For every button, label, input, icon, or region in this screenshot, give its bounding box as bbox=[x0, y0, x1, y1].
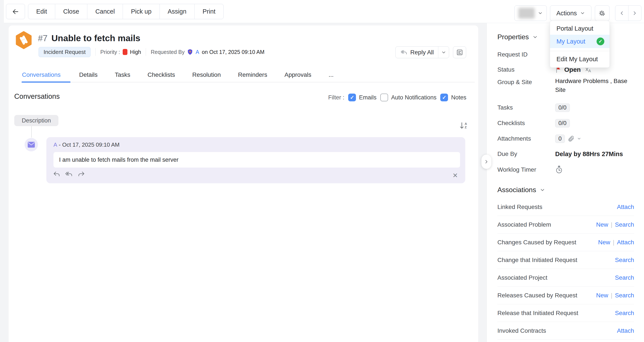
attach-link[interactable]: Attach bbox=[617, 204, 634, 210]
tab-checklists[interactable]: Checklists bbox=[139, 68, 184, 82]
chevron-down-icon bbox=[540, 187, 545, 193]
servicedesk-request-page: Edit Close Cancel Pick up Assign Print A… bbox=[0, 0, 644, 342]
attach-link[interactable]: Attach bbox=[617, 239, 634, 246]
search-link[interactable]: Search bbox=[615, 221, 634, 228]
close-button[interactable]: Close bbox=[55, 4, 87, 19]
stopwatch-icon[interactable] bbox=[555, 166, 563, 174]
group-site-value: Hardware Problems , Base Site bbox=[555, 76, 634, 94]
change-initiated-label: Change that Initiated Request bbox=[498, 256, 577, 264]
property-row-tasks: Tasks 0/0 bbox=[498, 103, 634, 112]
menu-item-my-layout[interactable]: My Layout bbox=[550, 35, 610, 48]
requester-link[interactable]: A bbox=[196, 49, 199, 55]
request-action-button-group: Edit Close Cancel Pick up Assign Print bbox=[28, 4, 224, 19]
reply-all-icon[interactable] bbox=[65, 171, 73, 177]
attach-link[interactable]: Attach bbox=[617, 327, 634, 334]
divider: | bbox=[611, 221, 612, 228]
associations-list: Linked Requests Attach Associated Proble… bbox=[498, 198, 634, 340]
new-link[interactable]: New bbox=[596, 221, 608, 228]
sort-order-button[interactable]: AZ bbox=[460, 122, 467, 130]
notes-checkbox[interactable] bbox=[440, 94, 448, 101]
releases-caused-label: Releases Caused by Request bbox=[498, 292, 577, 299]
request-tabs: Conversations Details Tasks Checklists R… bbox=[22, 68, 475, 82]
tab-conversations[interactable]: Conversations bbox=[22, 68, 70, 82]
next-record-button[interactable] bbox=[628, 6, 642, 21]
property-row-group-site: Group & Site Hardware Problems , Base Si… bbox=[498, 76, 634, 94]
record-pager bbox=[615, 6, 642, 21]
checklists-count-badge[interactable]: 0/0 bbox=[555, 119, 570, 128]
divider bbox=[146, 48, 146, 56]
queue-selector-button[interactable] bbox=[514, 6, 547, 21]
tab-more[interactable]: ... bbox=[320, 68, 342, 82]
associations-section-header[interactable]: Associations bbox=[498, 186, 545, 194]
paperclip-icon[interactable] bbox=[568, 135, 574, 142]
filter-emails[interactable]: Emails bbox=[348, 94, 376, 101]
previous-record-button[interactable] bbox=[615, 6, 628, 21]
actions-dropdown-button[interactable]: Actions bbox=[550, 6, 592, 21]
search-link[interactable]: Search bbox=[615, 274, 634, 281]
associations-heading: Associations bbox=[498, 186, 536, 194]
new-link[interactable]: New bbox=[598, 239, 610, 246]
emails-checkbox[interactable] bbox=[348, 94, 356, 101]
ticket-id: #7 bbox=[38, 34, 48, 43]
ticket-meta-row: Incident Request Priority : High Request… bbox=[38, 47, 264, 57]
envelope-icon bbox=[28, 142, 35, 148]
emails-label: Emails bbox=[359, 94, 376, 101]
chevron-down-icon[interactable] bbox=[577, 136, 581, 141]
divider: | bbox=[611, 292, 612, 299]
attachments-count-badge[interactable]: 0 bbox=[555, 134, 565, 143]
invoked-contracts-label: Invoked Contracts bbox=[498, 327, 546, 334]
assoc-row-associated-project: Associated Project Search bbox=[498, 269, 634, 286]
message-body: I am unable to fetch mails from the mail… bbox=[54, 152, 460, 168]
edit-button[interactable]: Edit bbox=[28, 4, 55, 19]
reply-options-caret[interactable] bbox=[438, 46, 449, 58]
tab-tasks[interactable]: Tasks bbox=[106, 68, 139, 82]
tab-details[interactable]: Details bbox=[70, 68, 106, 82]
assign-button[interactable]: Assign bbox=[160, 4, 194, 19]
message-timestamp: - Oct 17, 2025 09:10 AM bbox=[59, 142, 120, 148]
close-icon[interactable]: ✕ bbox=[452, 172, 458, 179]
message-header: A - Oct 17, 2025 09:10 AM bbox=[54, 142, 120, 148]
assoc-row-associated-problem: Associated Problem New|Search bbox=[498, 216, 634, 234]
assoc-row-invoked-contracts: Invoked Contracts Attach bbox=[498, 322, 634, 340]
reply-all-button[interactable]: Reply All bbox=[396, 49, 438, 56]
search-link[interactable]: Search bbox=[615, 310, 634, 316]
requested-by-label: Requested By bbox=[151, 49, 184, 55]
properties-section-header[interactable]: Properties bbox=[498, 33, 538, 41]
tab-approvals[interactable]: Approvals bbox=[276, 68, 320, 82]
details-sidebar: Properties Request ID Status Open xA bbox=[486, 23, 644, 342]
back-button[interactable] bbox=[6, 4, 25, 19]
filter-auto-notifications[interactable]: Auto Notifications bbox=[380, 94, 436, 101]
group-site-label: Group & Site bbox=[498, 76, 555, 94]
add-note-button[interactable] bbox=[453, 46, 466, 58]
layout-settings-button[interactable] bbox=[595, 6, 610, 21]
sidebar-collapse-handle[interactable] bbox=[482, 154, 491, 169]
assoc-row-releases-caused: Releases Caused by Request New|Search bbox=[498, 286, 634, 304]
property-row-checklists: Checklists 0/0 bbox=[498, 118, 634, 128]
release-initiated-label: Release that Initiated Request bbox=[498, 310, 578, 316]
cancel-button[interactable]: Cancel bbox=[87, 4, 123, 19]
redacted-queue-name bbox=[518, 8, 535, 18]
message-sender-link[interactable]: A bbox=[54, 142, 57, 148]
new-link[interactable]: New bbox=[596, 292, 608, 299]
request-id-label: Request ID bbox=[498, 51, 555, 58]
priority-high-icon bbox=[123, 49, 128, 55]
tab-resolution[interactable]: Resolution bbox=[184, 68, 230, 82]
priority-field: Priority : High bbox=[100, 49, 141, 55]
tab-reminders[interactable]: Reminders bbox=[230, 68, 276, 82]
tasks-count-badge[interactable]: 0/0 bbox=[555, 104, 570, 112]
search-link[interactable]: Search bbox=[615, 292, 634, 299]
filter-notes[interactable]: Notes bbox=[440, 94, 466, 101]
chevron-down-icon bbox=[538, 10, 543, 16]
menu-item-portal-layout[interactable]: Portal Layout bbox=[550, 22, 610, 35]
menu-item-edit-my-layout[interactable]: Edit My Layout bbox=[550, 52, 610, 66]
auto-notifications-checkbox[interactable] bbox=[380, 94, 388, 101]
assoc-row-change-initiated: Change that Initiated Request Search bbox=[498, 251, 634, 269]
reply-icon[interactable] bbox=[54, 171, 60, 177]
top-toolbar: Edit Close Cancel Pick up Assign Print A… bbox=[4, 0, 644, 23]
sort-az-icon: AZ bbox=[464, 122, 467, 129]
print-button[interactable]: Print bbox=[194, 4, 224, 19]
search-link[interactable]: Search bbox=[615, 256, 634, 264]
forward-icon[interactable] bbox=[78, 171, 84, 177]
conversations-heading: Conversations bbox=[14, 92, 60, 100]
pickup-button[interactable]: Pick up bbox=[123, 4, 159, 19]
